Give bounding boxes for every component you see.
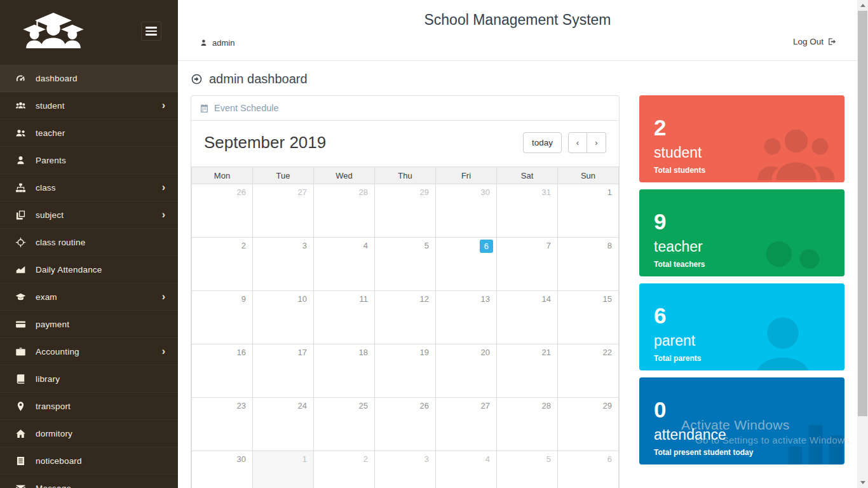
calendar-day-cell[interactable]: 9 [192, 291, 253, 344]
calendar-day-cell[interactable]: 30 [192, 451, 253, 488]
calendar-day-cell[interactable]: 6 [436, 238, 497, 291]
sidebar-item-label: Message [36, 484, 71, 488]
calendar-day-cell[interactable]: 25 [314, 398, 375, 451]
calendar-day-cell[interactable]: 24 [253, 398, 314, 451]
calendar-day-cell[interactable]: 5 [375, 238, 436, 291]
calendar-day-cell[interactable]: 18 [314, 344, 375, 398]
sidebar-item-label: student [36, 101, 65, 111]
calendar-day-cell[interactable]: 4 [314, 238, 375, 291]
sidebar-item-payment[interactable]: payment [0, 311, 178, 338]
calendar-day-cell[interactable]: 1 [253, 451, 314, 488]
sidebar-item-label: noticeboard [36, 456, 82, 466]
calendar-day-cell[interactable]: 16 [192, 344, 253, 398]
dashboard-icon [15, 73, 26, 84]
calendar-day-cell[interactable]: 27 [436, 398, 497, 451]
calendar-day-cell[interactable]: 13 [436, 291, 497, 344]
calendar-day-number: 12 [417, 293, 432, 305]
calendar-day-cell[interactable]: 27 [253, 184, 314, 238]
sidebar-item-parents[interactable]: Parents [0, 147, 178, 174]
calendar-day-cell[interactable]: 6 [558, 451, 619, 488]
stat-card-student[interactable]: 2studentTotal students [639, 95, 844, 182]
scrollbar-down-arrow[interactable] [857, 477, 868, 488]
sidebar-item-class-routine[interactable]: class routine [0, 229, 178, 256]
stat-label: student [654, 144, 844, 161]
today-button[interactable]: today [523, 132, 562, 153]
sidebar-item-subject[interactable]: subject› [0, 201, 178, 229]
calendar-day-cell[interactable]: 2 [192, 238, 253, 291]
stat-card-parent[interactable]: 6parentTotal parents [639, 283, 844, 370]
sidebar-item-dashboard[interactable]: dashboard [0, 65, 178, 92]
calendar-today-number: 6 [480, 240, 493, 253]
calendar-day-cell[interactable]: 5 [497, 451, 558, 488]
content: admin dashboard Event Schedule September… [178, 72, 857, 488]
page-title: School Management System [178, 0, 857, 29]
logout-label: Log Out [793, 37, 824, 46]
calendar-day-cell[interactable]: 29 [375, 184, 436, 238]
chevron-right-icon: › [162, 100, 165, 111]
scrollbar-thumb[interactable] [858, 11, 867, 416]
calendar-day-cell[interactable]: 4 [436, 451, 497, 488]
calendar-day-cell[interactable]: 23 [192, 398, 253, 451]
stat-card-attendance[interactable]: 0attendanceTotal present student today [639, 377, 844, 464]
sidebar-item-teacher[interactable]: teacher [0, 119, 178, 147]
sidebar-item-accounting[interactable]: Accounting› [0, 338, 178, 365]
calendar-day-header-row: MonTueWedThuFriSatSun [192, 167, 619, 184]
sidebar-toggle-button[interactable] [141, 22, 161, 41]
scrollbar-up-arrow[interactable] [857, 0, 868, 11]
calendar-day-cell[interactable]: 10 [253, 291, 314, 344]
calendar-day-number: 26 [234, 186, 249, 198]
sidebar-item-student[interactable]: student› [0, 92, 178, 119]
dashboard-row: Event Schedule September 2019 today ‹ › [191, 95, 844, 488]
graduation-cap-icon [15, 292, 26, 302]
calendar-day-cell[interactable]: 28 [314, 184, 375, 238]
sidebar-item-class[interactable]: class› [0, 174, 178, 201]
calendar-day-cell[interactable]: 11 [314, 291, 375, 344]
calendar-day-cell[interactable]: 3 [375, 451, 436, 488]
calendar-day-cell[interactable]: 21 [497, 344, 558, 398]
sidebar-item-label: Daily Attendance [36, 265, 102, 274]
calendar-day-cell[interactable]: 8 [558, 238, 619, 291]
event-schedule-panel: Event Schedule September 2019 today ‹ › [191, 95, 620, 488]
sidebar-item-daily-attendance[interactable]: Daily Attendance [0, 256, 178, 283]
sidebar-header [0, 0, 178, 64]
calendar-day-number: 5 [543, 453, 554, 465]
sidebar-item-label: dormitory [36, 429, 72, 438]
calendar-day-cell[interactable]: 29 [558, 398, 619, 451]
calendar-day-cell[interactable]: 30 [436, 184, 497, 238]
logout-button[interactable]: Log Out [793, 37, 837, 46]
calendar-day-number: 26 [417, 400, 432, 412]
calendar-day-cell[interactable]: 3 [253, 238, 314, 291]
event-schedule-title: Event Schedule [214, 103, 279, 113]
calendar-day-cell[interactable]: 15 [558, 291, 619, 344]
prev-month-button[interactable]: ‹ [568, 132, 587, 153]
calendar-day-cell[interactable]: 14 [497, 291, 558, 344]
sidebar-item-noticeboard[interactable]: noticeboard [0, 447, 178, 475]
calendar-day-cell[interactable]: 22 [558, 344, 619, 398]
calendar-day-cell[interactable]: 12 [375, 291, 436, 344]
sidebar-item-dormitory[interactable]: dormitory [0, 420, 178, 447]
stat-label: teacher [654, 238, 844, 255]
calendar-day-cell[interactable]: 2 [314, 451, 375, 488]
calendar-day-number: 27 [478, 400, 493, 412]
calendar-day-cell[interactable]: 26 [192, 184, 253, 238]
sidebar-item-message[interactable]: Message [0, 475, 178, 488]
calendar-day-cell[interactable]: 17 [253, 344, 314, 398]
calendar-day-number: 30 [234, 453, 249, 465]
vertical-scrollbar[interactable] [857, 0, 868, 488]
calendar-day-cell[interactable]: 26 [375, 398, 436, 451]
noticeboard-icon [15, 456, 26, 466]
stat-card-teacher[interactable]: 9teacherTotal teachers [639, 189, 844, 276]
calendar-day-cell[interactable]: 19 [375, 344, 436, 398]
sidebar-item-transport[interactable]: transport [0, 393, 178, 420]
sidebar-item-exam[interactable]: exam› [0, 283, 178, 311]
calendar-day-header: Sun [558, 167, 619, 184]
sitemap-icon [15, 182, 26, 193]
calendar-day-cell[interactable]: 1 [558, 184, 619, 238]
calendar-day-cell[interactable]: 20 [436, 344, 497, 398]
next-month-button[interactable]: › [587, 132, 606, 153]
sidebar-item-label: class routine [36, 238, 85, 247]
calendar-day-cell[interactable]: 7 [497, 238, 558, 291]
sidebar-item-library[interactable]: library [0, 365, 178, 393]
calendar-day-cell[interactable]: 28 [497, 398, 558, 451]
calendar-day-cell[interactable]: 31 [497, 184, 558, 238]
